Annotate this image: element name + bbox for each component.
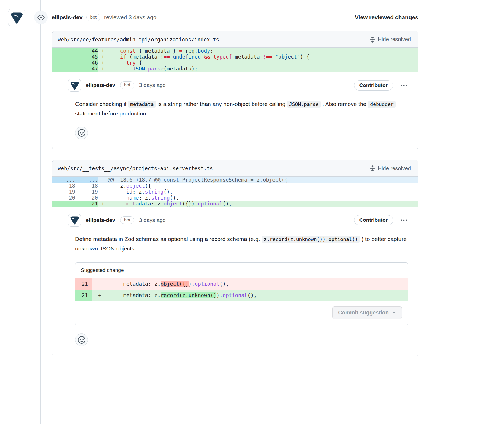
comment-body: Consider checking if metadata is a strin… xyxy=(75,99,408,118)
line-number[interactable]: ... xyxy=(52,177,75,183)
suggested-change-block: Suggested change 21- metadata: z.object(… xyxy=(75,262,408,325)
comment-header: ellipsis-dev bot 3 days ago Contributor xyxy=(68,214,408,227)
kebab-menu-button[interactable] xyxy=(400,216,408,224)
inline-code: JSON.parse xyxy=(287,101,321,108)
file-header: web/src/ee/features/admin-api/organizati… xyxy=(52,31,418,48)
ellipsis-logo-icon xyxy=(70,81,79,90)
smiley-icon xyxy=(78,336,85,344)
diff-row-ctx: 1818 z.object({ xyxy=(52,183,418,189)
line-number[interactable]: 45 xyxy=(75,54,98,60)
diff-row-ctx: 1919 id: z.string(), xyxy=(52,189,418,195)
code-line: + const { metadata } = req.body; xyxy=(98,48,418,54)
inline-code: debugger xyxy=(368,101,396,108)
review-cards: web/src/ee/features/admin-api/organizati… xyxy=(52,31,418,356)
code-line: @@ -18,6 +18,7 @@ const ProjectResponseS… xyxy=(98,177,418,183)
diff-row-add: 21+ metadata: z.record(z.unknown()).opti… xyxy=(75,290,408,301)
comment-avatar[interactable] xyxy=(68,79,81,92)
add-reaction-button[interactable] xyxy=(75,333,88,346)
line-number[interactable]: ... xyxy=(75,177,98,183)
line-number[interactable]: 19 xyxy=(52,189,75,195)
kebab-icon xyxy=(401,217,407,223)
comment-bot-badge: bot xyxy=(120,216,134,224)
diff-sign: + xyxy=(98,54,108,60)
file-header: web/src/__tests__/async/projects-api.ser… xyxy=(52,160,418,177)
contributor-badge: Contributor xyxy=(354,80,393,91)
line-number[interactable] xyxy=(52,48,75,54)
line-number[interactable] xyxy=(52,54,75,60)
line-number[interactable]: 21 xyxy=(75,278,92,290)
commit-suggestion-button[interactable]: Commit suggestion xyxy=(332,306,402,319)
comment-timestamp[interactable]: 3 days ago xyxy=(139,217,166,223)
line-number[interactable] xyxy=(52,66,75,72)
line-number[interactable]: 18 xyxy=(75,183,98,189)
diff-sign: + xyxy=(98,48,108,54)
view-reviewed-changes-link[interactable]: View reviewed changes xyxy=(355,14,418,21)
line-number[interactable]: 20 xyxy=(52,195,75,201)
diff-table: 44+ const { metadata } = req.body;45+ if… xyxy=(52,48,418,72)
hide-resolved-button[interactable]: Hide resolved xyxy=(368,35,413,44)
line-number[interactable]: 21 xyxy=(75,201,98,207)
ellipsis-logo-icon xyxy=(70,216,79,225)
reviewer-name[interactable]: ellipsis-dev xyxy=(52,14,82,21)
add-reaction-button[interactable] xyxy=(75,127,88,139)
fold-icon xyxy=(369,165,375,171)
code-line: - metadata: z.object({}).optional(), xyxy=(92,278,408,290)
line-number[interactable] xyxy=(52,60,75,66)
comment-author[interactable]: ellipsis-dev xyxy=(86,217,115,223)
line-number[interactable]: 44 xyxy=(75,48,98,54)
comment-author[interactable]: ellipsis-dev xyxy=(86,82,115,88)
code-line: z.object({ xyxy=(98,183,418,189)
hide-resolved-label: Hide resolved xyxy=(378,36,411,43)
contributor-badge: Contributor xyxy=(354,215,393,225)
line-number[interactable]: 19 xyxy=(75,189,98,195)
comment-body: Define metadata in Zod schemas as option… xyxy=(75,234,408,253)
review-eye-badge xyxy=(34,11,48,24)
line-number[interactable]: 46 xyxy=(75,60,98,66)
review-comment: ellipsis-dev bot 3 days ago Contributor … xyxy=(52,72,418,149)
commit-suggestion-label: Commit suggestion xyxy=(338,310,389,316)
diff-sign: + xyxy=(98,201,108,207)
code-line: name: z.string(), xyxy=(98,195,418,201)
reviewer-avatar[interactable] xyxy=(8,9,25,26)
comment-timestamp[interactable]: 3 days ago xyxy=(139,82,166,88)
hide-resolved-button[interactable]: Hide resolved xyxy=(368,164,413,173)
suggested-change-title: Suggested change xyxy=(75,263,408,278)
smiley-icon xyxy=(78,129,85,137)
line-number[interactable]: 47 xyxy=(75,66,98,72)
diff-sign: + xyxy=(98,66,108,72)
suggestion-diff-table: 21- metadata: z.object({}).optional(),21… xyxy=(75,278,408,301)
file-comment-card-2: web/src/__tests__/async/projects-api.ser… xyxy=(52,160,418,356)
line-number[interactable]: 18 xyxy=(52,183,75,189)
kebab-menu-button[interactable] xyxy=(400,81,408,90)
line-number[interactable]: 21 xyxy=(75,290,92,301)
diff-sign: - xyxy=(95,281,105,287)
comment-bot-badge: bot xyxy=(120,81,134,89)
diff-row-add: 44+ const { metadata } = req.body; xyxy=(52,48,418,54)
kebab-icon xyxy=(401,82,407,89)
file-comment-card-1: web/src/ee/features/admin-api/organizati… xyxy=(52,31,418,149)
eye-icon xyxy=(37,14,45,21)
comment-avatar[interactable] xyxy=(68,214,81,227)
inline-code: z.record(z.unknown()).optional() xyxy=(262,236,360,243)
diff-row-hunk: ......@@ -18,6 +18,7 @@ const ProjectRes… xyxy=(52,177,418,183)
code-line: + metadata: z.object({}).optional(), xyxy=(98,201,418,207)
review-comment: ellipsis-dev bot 3 days ago Contributor … xyxy=(52,207,418,356)
diff-sign: + xyxy=(95,292,105,298)
timeline-line xyxy=(40,0,41,424)
diff-row-del: 21- metadata: z.object({}).optional(), xyxy=(75,278,408,290)
diff-table: ......@@ -18,6 +18,7 @@ const ProjectRes… xyxy=(52,177,418,207)
file-path-link[interactable]: web/src/ee/features/admin-api/organizati… xyxy=(58,37,219,43)
line-number[interactable]: 20 xyxy=(75,195,98,201)
comment-header: ellipsis-dev bot 3 days ago Contributor xyxy=(68,79,408,92)
code-line: + try { xyxy=(98,60,418,66)
review-event-header: ellipsis-dev bot reviewed 3 days ago Vie… xyxy=(34,10,418,25)
diff-row-add: 45+ if (metadata !== undefined && typeof… xyxy=(52,54,418,60)
diff-row-add: 21+ metadata: z.object({}).optional(), xyxy=(52,201,418,207)
caret-down-icon xyxy=(392,311,396,315)
line-number[interactable] xyxy=(52,201,75,207)
code-line: id: z.string(), xyxy=(98,189,418,195)
file-path-link[interactable]: web/src/__tests__/async/projects-api.ser… xyxy=(58,165,213,171)
bot-badge: bot xyxy=(86,14,100,21)
diff-row-add: 46+ try { xyxy=(52,60,418,66)
hide-resolved-label: Hide resolved xyxy=(378,165,411,172)
